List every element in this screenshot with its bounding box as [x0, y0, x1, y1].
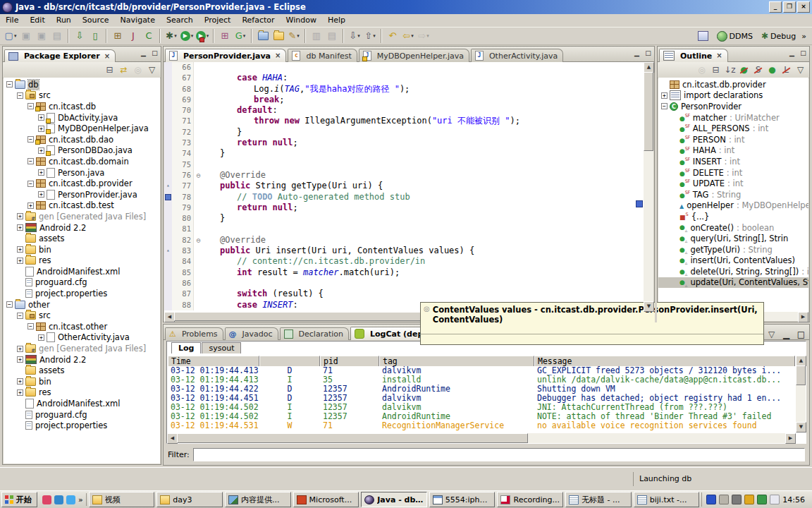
expander-icon[interactable]: −	[27, 136, 34, 143]
new-wizard-button[interactable]: ▢▾	[3, 28, 18, 44]
outline-item-insert(uri-contentvalues)[interactable]: +insert(Uri, ContentValues)	[658, 255, 808, 267]
maximize-view-icon[interactable]: □	[799, 49, 808, 58]
focus-button[interactable]: ◎	[696, 64, 708, 76]
logcat-horizontal-scrollbar[interactable]: ◀ ▶	[167, 433, 796, 443]
outline-item-update[interactable]: +UPDATE: int	[658, 178, 808, 189]
tree-item-mydbopenhelper.java[interactable]: +MyDBOpenHelper.java	[4, 123, 160, 134]
open-folder-blue-button[interactable]	[255, 28, 271, 44]
taskbar-button-recording-[interactable]: Recording...	[497, 492, 563, 507]
tree-item-dbactivity.java[interactable]: +DbActivity.java	[4, 112, 160, 123]
editor-tab-db-manifest[interactable]: cdb Manifest	[288, 49, 357, 62]
scrollbar-thumb[interactable]	[796, 365, 806, 385]
menu-source[interactable]: Source	[77, 14, 115, 27]
tree-item-project.properties[interactable]: +project.properties	[4, 288, 160, 299]
view-menu-button[interactable]: ▽	[765, 329, 777, 341]
expander-icon[interactable]: −	[27, 181, 34, 187]
logcat-row[interactable]: 03-12 01:19:44.422D12357AndroidRuntimeSh…	[168, 385, 795, 394]
scrollbar-thumb[interactable]	[177, 433, 528, 443]
scroll-left-icon[interactable]: ◀	[167, 433, 178, 444]
logcat-row[interactable]: 03-12 01:19:44.413D71dalvikvmGC_EXPLICIT…	[168, 366, 795, 375]
column-header-tag[interactable]: tag	[379, 356, 534, 366]
tree-item-androidmanifest.xml[interactable]: +AndroidManifest.xml	[4, 266, 160, 277]
editor-tab-personprovider.java[interactable]: JPersonProvider.java×	[165, 49, 286, 62]
outline-item-person[interactable]: +PERSON: int	[658, 134, 808, 145]
fold-marker-icon[interactable]: ⊖	[193, 235, 203, 246]
expander-icon[interactable]: +	[38, 191, 44, 198]
start-button[interactable]: 开始	[1, 492, 37, 507]
dropdown-arrow-icon[interactable]: ▾	[243, 33, 246, 39]
open-perspective-button[interactable]	[695, 30, 711, 42]
expander-icon[interactable]: +	[17, 213, 23, 219]
tree-item-assets[interactable]: +assets	[4, 233, 160, 244]
expander-icon[interactable]: −	[27, 103, 34, 109]
tree-item-src[interactable]: −src	[4, 310, 160, 321]
tree-item-gen-generated-java-files-[interactable]: +gen [Generated Java Files]	[4, 211, 160, 222]
minimize-editor-icon[interactable]: ▁	[632, 49, 641, 58]
close-window-button[interactable]: ×	[797, 1, 810, 13]
taskbar-button--[interactable]: 无标题 - ...	[565, 492, 632, 507]
android-virtual-device-manager-button[interactable]: ▯	[87, 28, 103, 44]
tree-item-res[interactable]: +res	[4, 387, 160, 399]
volume-muted-icon[interactable]	[719, 495, 729, 504]
tree-item-android-2.2[interactable]: +Android 2.2	[4, 354, 160, 365]
hide-non-public-button[interactable]: ●	[766, 64, 778, 76]
dropdown-arrow-icon[interactable]: ▾	[297, 33, 300, 39]
expander-icon[interactable]: +	[661, 92, 668, 99]
view-menu-button[interactable]: ▽	[146, 64, 158, 76]
editor-vertical-scrollbar[interactable]: ▲ ▼	[644, 62, 653, 312]
run-external-tools-button[interactable]: ▶▾	[195, 28, 210, 44]
new-java-project-button[interactable]: ⊞	[110, 28, 125, 44]
subtab-sysout[interactable]: sysout	[202, 342, 241, 353]
overview-ruler-marker[interactable]	[636, 200, 643, 207]
dropdown-arrow-icon[interactable]: ▾	[411, 33, 414, 39]
tree-item-project.properties[interactable]: +project.properties	[4, 420, 160, 431]
minimize-view-icon[interactable]: ▁	[139, 49, 148, 58]
android-sdk-manager-button[interactable]: ⇩	[72, 28, 87, 44]
expander-icon[interactable]: −	[661, 103, 668, 109]
outline-item-oncreate()[interactable]: +onCreate(): boolean	[658, 222, 808, 234]
subtab-log[interactable]: Log	[171, 342, 201, 353]
taskbar-button-java-db-[interactable]: Java - db/...	[361, 492, 427, 507]
view-tab-declaration[interactable]: Declaration	[280, 327, 349, 340]
dropdown-arrow-icon[interactable]: ▾	[191, 33, 194, 39]
open-folder-yellow-button[interactable]	[271, 28, 286, 44]
outline-item-delete[interactable]: +DELETE: int	[658, 167, 808, 179]
package-explorer-tab[interactable]: Package Explorer ×	[4, 49, 116, 62]
expander-icon[interactable]: −	[6, 301, 13, 308]
maximize-editor-icon[interactable]: □	[644, 49, 653, 58]
expander-icon[interactable]: +	[17, 224, 23, 231]
scroll-left-icon[interactable]: ◀	[164, 312, 175, 322]
tree-item-cn.itcast.other[interactable]: −cn.itcast.other	[4, 321, 160, 332]
logcat-vertical-scrollbar[interactable]: ▲ ▼	[796, 356, 806, 433]
editor-tab-otheractivity.java[interactable]: JOtherActivity.java	[471, 49, 563, 62]
minimize-view-icon[interactable]: ▁	[787, 49, 796, 58]
column-header-Message[interactable]: Message	[534, 356, 795, 366]
expander-icon[interactable]: −	[27, 158, 34, 164]
outline-item-gettype(uri)[interactable]: +getType(Uri): String	[658, 244, 808, 255]
tree-item-proguard.cfg[interactable]: +proguard.cfg	[4, 409, 160, 421]
sort-button[interactable]: ↓z	[724, 64, 736, 76]
taskbar-button-day3[interactable]: day3	[156, 492, 223, 507]
maximize-button[interactable]: □	[795, 329, 807, 341]
scrollbar-thumb[interactable]	[644, 72, 653, 151]
expander-icon[interactable]: +	[17, 346, 23, 352]
tree-item-person.java[interactable]: +Person.java	[4, 167, 160, 179]
hide-static-members-button[interactable]: S	[752, 64, 764, 76]
menu-project[interactable]: Project	[199, 14, 237, 27]
logcat-row[interactable]: 03-12 01:19:44.502I12357dalvikvmJNI: Att…	[168, 403, 795, 412]
menu-refactor[interactable]: Refactor	[236, 14, 280, 27]
logcat-row[interactable]: 03-12 01:19:44.531W71RecognitionManagerS…	[168, 421, 795, 430]
expander-icon[interactable]: −	[17, 313, 23, 319]
tree-item-other[interactable]: −other	[4, 299, 160, 310]
expander-icon[interactable]: +	[17, 356, 23, 363]
new-web-wizard-button[interactable]: ⊞	[217, 28, 233, 44]
expander-icon[interactable]: −	[17, 92, 23, 99]
tree-item-proguard.cfg[interactable]: +proguard.cfg	[4, 277, 160, 289]
new-junit-test-button[interactable]: J	[125, 28, 141, 44]
outline-item-delete(uri-string-string-)[interactable]: +delete(Uri, String, String[]): int	[658, 266, 808, 277]
back-button[interactable]: ⇦▾	[400, 28, 416, 44]
dropdown-arrow-icon[interactable]: ▾	[426, 33, 429, 39]
minimize-window-button[interactable]: _	[769, 1, 782, 13]
collapse-all-button[interactable]: ⊟	[710, 64, 722, 76]
expander-icon[interactable]: +	[17, 258, 23, 264]
